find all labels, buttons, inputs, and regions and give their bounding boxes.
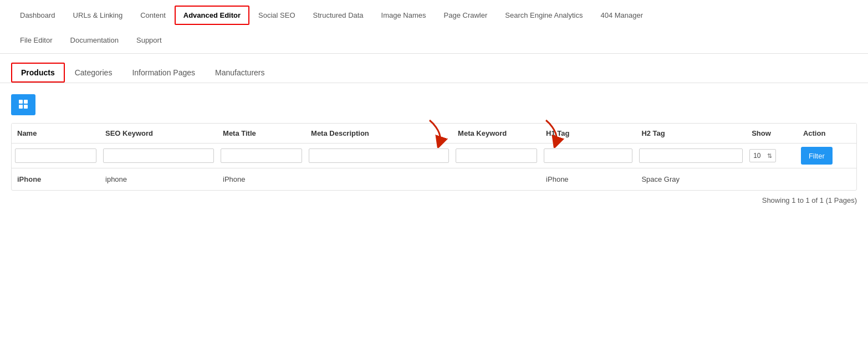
nav-documentation[interactable]: Documentation: [62, 30, 127, 50]
cell-show: [746, 168, 798, 191]
table-row: iPhone iphone iPhone iPhone Space Gray: [12, 168, 856, 191]
table-header-row: Name SEO Keyword Meta Title Meta Descrip…: [12, 124, 856, 144]
col-header-action: Action: [798, 124, 856, 144]
filter-h1-input[interactable]: [544, 148, 632, 163]
cell-meta-title: iPhone: [217, 168, 305, 191]
cell-h2: Space Gray: [636, 168, 746, 191]
sub-nav: Products Categories Information Pages Ma…: [0, 54, 868, 83]
showing-text: Showing 1 to 1 of 1 (1 Pages): [11, 191, 857, 204]
filter-seo-input[interactable]: [103, 148, 214, 163]
show-value: 10: [753, 152, 760, 160]
top-nav-row1: Dashboard URLs & Linking Content Advance…: [11, 6, 857, 28]
col-header-meta-kw: Meta Keyword: [452, 124, 540, 144]
nav-file-editor[interactable]: File Editor: [11, 30, 62, 50]
cell-meta-desc: [305, 168, 452, 191]
subnav-products[interactable]: Products: [11, 63, 65, 83]
col-header-show: Show: [746, 124, 798, 144]
svg-rect-3: [24, 105, 28, 109]
cell-h1: iPhone: [540, 168, 636, 191]
grid-view-button[interactable]: [11, 94, 35, 115]
col-header-h2: H2 Tag: [636, 124, 746, 144]
subnav-information-pages[interactable]: Information Pages: [122, 63, 205, 83]
nav-structured-data[interactable]: Structured Data: [304, 6, 372, 25]
subnav-manufacturers[interactable]: Manufacturers: [205, 63, 274, 83]
show-stepper[interactable]: 10 ⇅: [749, 149, 776, 162]
stepper-arrows-icon: ⇅: [767, 152, 772, 160]
nav-content[interactable]: Content: [131, 6, 175, 25]
nav-support[interactable]: Support: [127, 30, 171, 50]
nav-404-manager[interactable]: 404 Manager: [591, 6, 652, 25]
content-area: Name SEO Keyword Meta Title Meta Descrip…: [0, 83, 868, 216]
products-table: Name SEO Keyword Meta Title Meta Descrip…: [11, 123, 857, 191]
filter-meta-desc-input[interactable]: [309, 148, 449, 163]
nav-dashboard[interactable]: Dashboard: [11, 6, 64, 25]
filter-button[interactable]: Filter: [801, 147, 833, 165]
filter-h2-input[interactable]: [639, 148, 743, 163]
subnav-categories[interactable]: Categories: [65, 63, 122, 83]
cell-name: iPhone: [12, 168, 100, 191]
table-filter-row: 10 ⇅ Filter: [12, 144, 856, 168]
nav-page-crawler[interactable]: Page Crawler: [435, 6, 497, 25]
nav-search-engine-analytics[interactable]: Search Engine Analytics: [496, 6, 591, 25]
svg-rect-2: [19, 105, 23, 109]
nav-urls-linking[interactable]: URLs & Linking: [64, 6, 132, 25]
nav-social-seo[interactable]: Social SEO: [249, 6, 304, 25]
svg-rect-0: [19, 100, 23, 104]
col-header-h1: H1 Tag: [540, 124, 636, 144]
cell-seo: iphone: [100, 168, 217, 191]
col-header-meta-desc: Meta Description: [305, 124, 452, 144]
filter-meta-title-input[interactable]: [221, 148, 302, 163]
filter-meta-kw-input[interactable]: [456, 148, 537, 163]
col-header-name: Name: [12, 124, 100, 144]
cell-meta-kw: [452, 168, 540, 191]
top-nav-row2: File Editor Documentation Support: [11, 30, 857, 53]
filter-name-input[interactable]: [15, 148, 96, 163]
nav-image-names[interactable]: Image Names: [372, 6, 435, 25]
col-header-seo: SEO Keyword: [100, 124, 217, 144]
col-header-meta-title: Meta Title: [217, 124, 305, 144]
cell-action: [798, 168, 856, 191]
nav-advanced-editor[interactable]: Advanced Editor: [175, 6, 249, 25]
grid-icon: [18, 99, 28, 111]
svg-rect-1: [24, 100, 28, 104]
